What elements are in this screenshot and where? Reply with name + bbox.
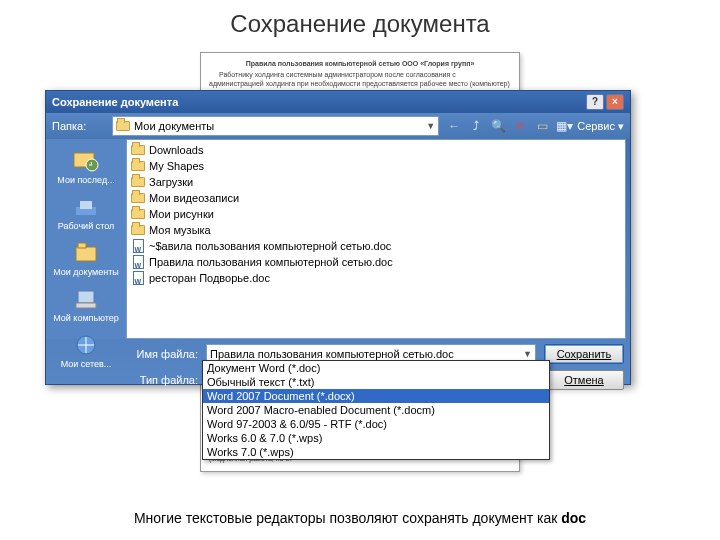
caption-bold: doc <box>561 510 586 526</box>
folder-dropdown[interactable]: Мои документы ▼ <box>112 116 439 136</box>
file-name: Моя музыка <box>149 224 211 236</box>
caption-text: Многие текстовые редакторы позволяют сох… <box>134 510 561 526</box>
places-bar: Мои послед...Рабочий столМои документыМо… <box>46 139 126 339</box>
views-icon[interactable]: ▦▾ <box>555 117 573 135</box>
folder-icon <box>131 159 145 173</box>
file-item[interactable]: Мои рисунки <box>129 206 623 222</box>
places-item[interactable]: Мои сетев... <box>46 327 126 373</box>
place-label: Мой компьютер <box>53 313 119 323</box>
dropdown-option[interactable]: Works 6.0 & 7.0 (*.wps) <box>203 431 549 445</box>
filetype-label: Тип файла: <box>132 374 198 386</box>
file-name: Загрузки <box>149 176 193 188</box>
place-icon <box>70 193 102 221</box>
file-name: Мои видеозаписи <box>149 192 239 204</box>
file-item[interactable]: Правила пользования компьютерной сетью.d… <box>129 254 623 270</box>
document-icon <box>131 255 145 269</box>
up-icon[interactable]: ⤴ <box>467 117 485 135</box>
file-item[interactable]: Мои видеозаписи <box>129 190 623 206</box>
dropdown-option[interactable]: Word 2007 Document (*.docx) <box>203 389 549 403</box>
cancel-button[interactable]: Отмена <box>544 370 624 390</box>
places-item[interactable]: Рабочий стол <box>46 189 126 235</box>
file-item[interactable]: ~$авила пользования компьютерной сетью.d… <box>129 238 623 254</box>
file-name: ~$авила пользования компьютерной сетью.d… <box>149 240 391 252</box>
dropdown-option[interactable]: Works 7.0 (*.wps) <box>203 445 549 459</box>
place-label: Мои сетев... <box>61 359 112 369</box>
new-folder-icon[interactable]: ▭ <box>533 117 551 135</box>
places-item[interactable]: Мои послед... <box>46 143 126 189</box>
svg-rect-3 <box>80 201 92 209</box>
filename-label: Имя файла: <box>132 348 198 360</box>
places-item[interactable]: Мои документы <box>46 235 126 281</box>
file-name: My Shapes <box>149 160 204 172</box>
save-button[interactable]: Сохранить <box>544 344 624 364</box>
tools-menu[interactable]: Сервис ▾ <box>577 120 624 133</box>
file-name: Downloads <box>149 144 203 156</box>
folder-icon <box>131 175 145 189</box>
place-label: Рабочий стол <box>58 221 115 231</box>
dialog-title: Сохранение документа <box>52 96 178 108</box>
save-dialog: Сохранение документа ? × Папка: Мои доку… <box>45 90 631 385</box>
places-item[interactable]: Мой компьютер <box>46 281 126 327</box>
slide-caption: Многие текстовые редакторы позволяют сох… <box>0 510 720 526</box>
place-icon <box>70 331 102 359</box>
folder-label: Папка: <box>52 120 106 132</box>
folder-icon <box>116 119 130 133</box>
help-button[interactable]: ? <box>586 94 604 110</box>
place-label: Мои документы <box>53 267 119 277</box>
svg-rect-7 <box>76 303 96 308</box>
folder-icon <box>131 223 145 237</box>
close-button[interactable]: × <box>606 94 624 110</box>
chevron-down-icon[interactable]: ▼ <box>523 349 532 359</box>
file-list[interactable]: DownloadsMy ShapesЗагрузкиМои видеозапис… <box>126 139 626 339</box>
file-name: Правила пользования компьютерной сетью.d… <box>149 256 393 268</box>
dropdown-option[interactable]: Обычный текст (*.txt) <box>203 375 549 389</box>
document-icon <box>131 271 145 285</box>
folder-icon <box>131 143 145 157</box>
place-label: Мои послед... <box>57 175 114 185</box>
bgdoc-title: Правила пользования компьютерной сетью О… <box>209 59 511 68</box>
place-icon <box>70 285 102 313</box>
svg-rect-5 <box>78 243 86 248</box>
file-name: ресторан Подворье.doc <box>149 272 270 284</box>
svg-rect-4 <box>76 247 96 261</box>
dropdown-option[interactable]: Word 2007 Macro-enabled Document (*.docm… <box>203 403 549 417</box>
file-item[interactable]: My Shapes <box>129 158 623 174</box>
place-icon <box>70 147 102 175</box>
slide-title: Сохранение документа <box>0 0 720 42</box>
file-item[interactable]: ресторан Подворье.doc <box>129 270 623 286</box>
search-icon[interactable]: 🔍 <box>489 117 507 135</box>
folder-icon <box>131 191 145 205</box>
back-icon[interactable]: ← <box>445 117 463 135</box>
filetype-dropdown-list[interactable]: Документ Word (*.doc)Обычный текст (*.tx… <box>202 360 550 460</box>
filename-value: Правила пользования компьютерной сетью.d… <box>210 348 454 360</box>
file-item[interactable]: Загрузки <box>129 174 623 190</box>
dropdown-option[interactable]: Документ Word (*.doc) <box>203 361 549 375</box>
place-icon <box>70 239 102 267</box>
folder-value: Мои документы <box>134 120 214 132</box>
folder-icon <box>131 207 145 221</box>
document-icon <box>131 239 145 253</box>
svg-rect-6 <box>78 291 94 303</box>
file-name: Мои рисунки <box>149 208 214 220</box>
toolbar: Папка: Мои документы ▼ ← ⤴ 🔍 ✕ ▭ ▦▾ Серв… <box>46 113 630 139</box>
dropdown-option[interactable]: Word 97-2003 & 6.0/95 - RTF (*.doc) <box>203 417 549 431</box>
delete-icon[interactable]: ✕ <box>511 117 529 135</box>
file-item[interactable]: Моя музыка <box>129 222 623 238</box>
file-item[interactable]: Downloads <box>129 142 623 158</box>
chevron-down-icon: ▼ <box>426 121 435 131</box>
titlebar[interactable]: Сохранение документа ? × <box>46 91 630 113</box>
